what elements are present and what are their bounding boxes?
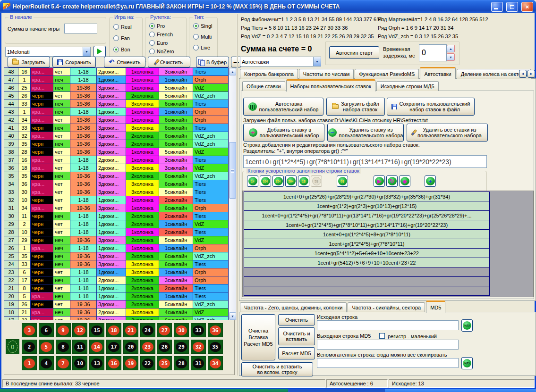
tabs-scroll-right-icon[interactable]: ► (527, 70, 535, 78)
bet-list-item[interactable]: 1cent+gr(5*4*1*2)+5+6+9+10+10cent+23+22 (244, 248, 490, 258)
quick-coin-50c[interactable]: 50¢ (285, 175, 297, 187)
history-row[interactable]: 3716кра...чет1-182дюжи...1колонка3сиклай… (4, 156, 229, 164)
roulette-option-pro[interactable]: Pro (149, 23, 165, 29)
chevron-down-icon[interactable]: ▼ (83, 47, 90, 56)
bottom-tab-2[interactable]: MD5 (426, 300, 445, 313)
sub-tab-0[interactable]: Общие ставки (242, 81, 285, 91)
board-cell-6[interactable]: 6 (39, 323, 54, 337)
board-cell-21[interactable]: 21 (123, 323, 138, 337)
board-cell-10[interactable]: 10 (72, 356, 87, 370)
bottom-tab-1[interactable]: Частота - сиклайны, сектора (348, 302, 425, 312)
history-row[interactable]: 205кра...неч1-181дюжи...2колонка1сиклайн… (4, 292, 229, 300)
close-button[interactable]: × (521, 2, 533, 12)
roulette-option-nozero[interactable]: NoZero (149, 49, 174, 54)
history-row[interactable]: 3330кра...чет19-363дюжи...3колонка5сикла… (4, 188, 229, 196)
board-cell-16[interactable]: 16 (106, 356, 121, 370)
maximize-button[interactable] (506, 2, 518, 12)
history-scrollbar[interactable]: ▲ ▼ (229, 67, 237, 320)
board-cell-0[interactable]: 0 (6, 339, 19, 354)
board-cell-17[interactable]: 17 (106, 340, 121, 354)
board-cell-4[interactable]: 4 (39, 356, 54, 370)
board-cell-3[interactable]: 3 (22, 323, 37, 337)
history-row[interactable]: 431кра...неч1-181дюжи...1колонка1сиклайн… (4, 108, 229, 116)
remove-bet-button[interactable]: −Удалить ставку изпользовательского набо… (327, 124, 404, 142)
history-row[interactable]: 4816кра...чет1-182дюжи...1колонка3сиклай… (4, 68, 229, 76)
history-row[interactable]: 3535черннеч19-363дюжи...2колонка6сиклайн… (4, 172, 229, 180)
scrollbar-thumb[interactable] (229, 142, 236, 199)
history-row[interactable]: 4234кра...чет19-363дюжи...1колонка6сикла… (4, 116, 229, 124)
type-option-live[interactable]: Live (193, 45, 210, 50)
main-tab-3[interactable]: Автоставки (420, 67, 455, 79)
quick-coin-1c[interactable]: 1¢ (247, 175, 258, 187)
board-cell-24[interactable]: 24 (140, 323, 155, 337)
quick-coin-10c[interactable]: 10¢ (260, 175, 271, 187)
autospin-start-button[interactable]: Автоспин старт (329, 46, 379, 59)
save-button[interactable]: Сохранить (52, 57, 96, 67)
md5-aux-input[interactable] (317, 358, 459, 368)
load-bet-file-button[interactable]: Загрузить файлнабора ставок (326, 98, 385, 116)
game-on-option-bon[interactable]: Bon (113, 47, 130, 52)
tabs-scroll-left-icon[interactable]: ◄ (519, 70, 527, 78)
sub-tab-2[interactable]: Исходные строки МД5 (376, 81, 439, 91)
quick-action-play[interactable]: ▶ (374, 175, 385, 187)
bet-list-item[interactable]: 1cent+0+gr(25*26)+gr(28*29)+gr(27*30)+gr… (244, 192, 490, 201)
run-strategy-button[interactable] (94, 46, 106, 57)
bet-string-input[interactable] (243, 155, 487, 168)
clear-button[interactable]: Очистить (148, 57, 190, 67)
history-row[interactable]: 292чернчет1-181дюжи...2колонка1сиклайнVd… (4, 220, 229, 228)
quick-coin-0usd[interactable]: 0$ (337, 175, 348, 187)
md5-output-input[interactable] (317, 340, 459, 350)
quick-action-shape[interactable]: ◆ (399, 175, 410, 187)
board-cell-26[interactable]: 26 (157, 340, 172, 354)
board-cell-19[interactable]: 19 (123, 356, 138, 370)
autobets-combobox[interactable]: Автоставки ▼ (240, 57, 321, 67)
scroll-up-icon[interactable]: ▲ (229, 68, 236, 75)
main-tab-0[interactable]: Контроль банкролла (240, 69, 298, 79)
history-row[interactable]: 236чернчет1-181дюжи...3колонка1сиклайнOr… (4, 268, 229, 276)
chevron-down-icon[interactable]: ▼ (313, 57, 321, 66)
history-row[interactable]: 3210чернчет1-181дюжи...1колонка2сиклайнT… (4, 196, 229, 204)
bet-list-item[interactable]: 1cent+0+gr(1*2*4*5)+gr(7*8*10*11)+gr(13*… (244, 220, 490, 230)
history-row[interactable]: 261кра...неч1-181дюжи...1колонка1сиклайн… (4, 244, 229, 252)
minimize-button[interactable] (491, 2, 503, 12)
board-cell-1[interactable]: 1 (22, 356, 37, 370)
board-cell-5[interactable]: 5 (39, 340, 54, 354)
md5-calc-button[interactable]: Расчет MD5 (278, 347, 315, 359)
board-cell-27[interactable]: 27 (157, 323, 172, 337)
roulette-option-euro[interactable]: Euro (149, 40, 168, 46)
load-button[interactable]: Загрузить (8, 57, 50, 67)
game-on-option-real[interactable]: Real (113, 24, 132, 30)
board-cell-9[interactable]: 9 (56, 323, 71, 337)
board-cell-8[interactable]: 8 (56, 340, 71, 354)
history-row[interactable]: 3436кра...чет19-363дюжи...3колонка6сикла… (4, 180, 229, 188)
history-row[interactable]: 2535черннеч19-363дюжи...2колонка6сиклайн… (4, 252, 229, 260)
board-cell-20[interactable]: 20 (123, 340, 138, 354)
history-row[interactable]: 4032кра...чет19-363дюжи...2колонка6сикла… (4, 132, 229, 140)
scroll-down-icon[interactable]: ▼ (229, 312, 236, 320)
main-tab-2[interactable]: Функционал PsevdoMS (355, 69, 419, 79)
board-cell-33[interactable]: 33 (191, 323, 206, 337)
history-row[interactable]: 4526чернчет19-363дюжи...2колонка5сиклайн… (4, 92, 229, 100)
board-cell-29[interactable]: 29 (174, 340, 189, 354)
sub-tab-1[interactable]: Наборы пользовательских ставок (286, 79, 375, 92)
board-cell-23[interactable]: 23 (140, 340, 155, 354)
history-row[interactable]: 1926чернчет19-363дюжи...2колонка5сиклайн… (4, 300, 229, 309)
type-option-multi[interactable]: Multi (193, 34, 212, 40)
md5-clear-paste-calc-button[interactable]: Очистка Вставка Расчет MD5 (241, 314, 275, 360)
history-row[interactable]: 3011черннеч1-181дюжи...2колонка2сиклайнT… (4, 212, 229, 220)
board-cell-32[interactable]: 32 (191, 340, 206, 354)
board-cell-28[interactable]: 28 (174, 356, 189, 370)
history-row[interactable]: 2217черннеч1-182дюжи...2колонка3сиклайнO… (4, 276, 229, 284)
quick-coin-1usd[interactable]: 1$ (298, 175, 309, 187)
bet-set-list[interactable]: 1cent+0+gr(25*26)+gr(28*29)+gr(27*30)+gr… (242, 191, 534, 297)
board-cell-15[interactable]: 15 (89, 323, 104, 337)
board-cell-30[interactable]: 30 (174, 323, 189, 337)
board-cell-31[interactable]: 31 (191, 356, 206, 370)
history-row[interactable]: 218чернчет1-181дюжи...2колонка2сиклайнTi… (4, 284, 229, 292)
board-cell-13[interactable]: 13 (89, 356, 104, 370)
history-row[interactable]: 3935черннеч19-363дюжи...2колонка6сиклайн… (4, 140, 229, 148)
board-cell-22[interactable]: 22 (140, 356, 155, 370)
add-bet-button[interactable]: +Добавить ставку впользовательский набор (243, 124, 324, 142)
main-tab-1[interactable]: Частоты по числам (299, 69, 354, 79)
register-checkbox[interactable] (379, 333, 385, 339)
